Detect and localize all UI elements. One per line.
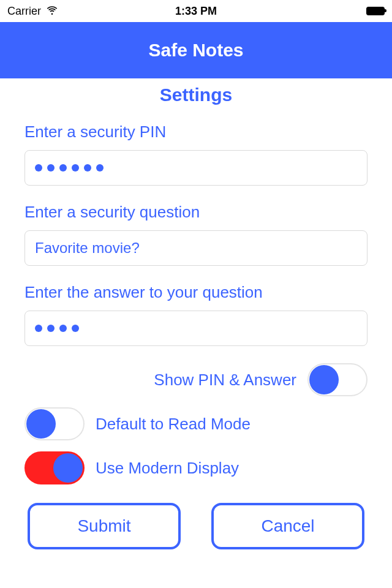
answer-input[interactable] — [24, 311, 368, 346]
show-pin-label: Show PIN & Answer — [154, 371, 296, 390]
pin-masked-value — [35, 164, 104, 172]
answer-masked-value — [35, 325, 79, 332]
pin-input[interactable] — [24, 150, 368, 186]
answer-label: Enter the answer to your question — [24, 283, 368, 302]
submit-button[interactable]: Submit — [28, 503, 181, 549]
modern-display-toggle[interactable] — [24, 451, 85, 484]
wifi-icon — [46, 4, 58, 19]
read-mode-label: Default to Read Mode — [96, 415, 251, 434]
read-mode-toggle[interactable] — [24, 407, 85, 440]
question-label: Enter a security question — [24, 203, 368, 222]
carrier-label: Carrier — [7, 5, 41, 18]
nav-header: Safe Notes — [0, 22, 392, 78]
show-pin-toggle[interactable] — [307, 363, 368, 396]
status-left: Carrier — [7, 4, 58, 19]
nav-title: Safe Notes — [148, 40, 243, 61]
status-bar: Carrier 1:33 PM — [0, 0, 392, 22]
status-time: 1:33 PM — [175, 5, 217, 18]
pin-label: Enter a security PIN — [24, 123, 368, 141]
status-right — [366, 7, 385, 15]
page-title: Settings — [24, 85, 368, 105]
modern-display-label: Use Modern Display — [96, 459, 239, 478]
battery-icon — [366, 7, 385, 15]
question-value: Favorite movie? — [35, 239, 140, 257]
cancel-button[interactable]: Cancel — [211, 503, 364, 549]
question-input[interactable]: Favorite movie? — [24, 230, 368, 266]
